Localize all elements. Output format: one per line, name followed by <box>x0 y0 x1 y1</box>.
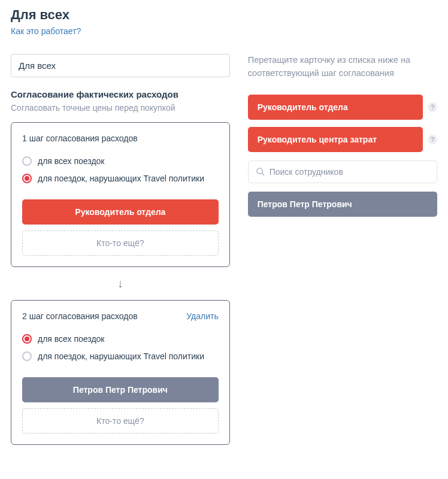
radio-icon <box>22 334 32 344</box>
role-chip[interactable]: Руководитель отдела <box>248 95 423 120</box>
step-title: 1 шаг согласования расходов <box>22 134 138 143</box>
svg-point-0 <box>257 168 262 174</box>
add-approver-slot[interactable]: Кто-то ещё? <box>22 231 219 256</box>
person-chip[interactable]: Петров Петр Петрович <box>248 192 437 217</box>
approval-step-card: 2 шаг согласования расходов Удалить для … <box>11 300 230 445</box>
search-input[interactable] <box>270 167 429 177</box>
approval-name-input[interactable] <box>11 54 230 77</box>
role-chip[interactable]: Руководитель центра затрат <box>248 127 423 152</box>
radio-icon <box>22 351 32 361</box>
approver-chip[interactable]: Петров Петр Петрович <box>22 377 219 402</box>
add-approver-slot[interactable]: Кто-то ещё? <box>22 408 219 433</box>
radio-label: для поездок, нарушающих Travel политики <box>38 173 204 184</box>
help-icon[interactable]: ? <box>428 135 437 144</box>
svg-line-1 <box>262 173 264 175</box>
arrow-down-icon: ↓ <box>11 267 230 300</box>
step-title: 2 шаг согласования расходов <box>22 311 138 321</box>
radio-label: для поездок, нарушающих Travel политики <box>38 351 204 362</box>
delete-step-link[interactable]: Удалить <box>186 311 218 321</box>
approver-chip[interactable]: Руководитель отдела <box>22 199 219 225</box>
radio-icon <box>22 156 32 166</box>
page-title: Для всех <box>11 7 437 23</box>
radio-label: для всех поездок <box>38 334 105 345</box>
radio-icon <box>22 174 32 183</box>
approval-step-card: 1 шаг согласования расходов для всех пое… <box>11 122 230 267</box>
radio-label: для всех поездок <box>38 156 105 167</box>
radio-all-trips[interactable]: для всех поездок <box>22 331 219 348</box>
radio-all-trips[interactable]: для всех поездок <box>22 153 219 170</box>
search-icon <box>256 167 265 176</box>
section-title: Согласование фактических расходов <box>11 89 230 99</box>
how-it-works-link[interactable]: Как это работает? <box>11 26 437 36</box>
radio-violating-trips[interactable]: для поездок, нарушающих Travel политики <box>22 348 219 365</box>
employee-search[interactable] <box>248 160 437 183</box>
drag-hint-text: Перетащите карточку из списка ниже на со… <box>248 54 437 80</box>
help-icon[interactable]: ? <box>428 102 437 112</box>
radio-violating-trips[interactable]: для поездок, нарушающих Travel политики <box>22 170 219 187</box>
section-subtitle: Согласовать точные цены перед покупкой <box>11 103 230 113</box>
